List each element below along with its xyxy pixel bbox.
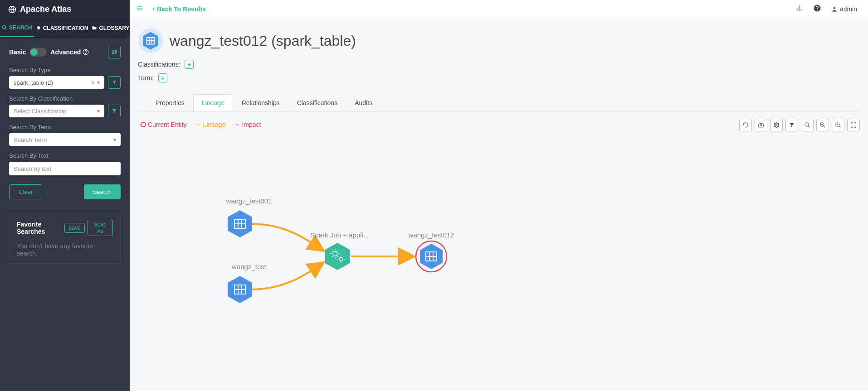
entity-type-icon xyxy=(138,28,163,53)
search-button[interactable]: Search xyxy=(84,184,121,199)
snapshot-button[interactable] xyxy=(755,119,767,131)
chevron-down-icon: ▼ xyxy=(112,137,117,142)
sidebar: Apache Atlas SEARCH CLASSIFICATION GLOSS… xyxy=(0,0,130,391)
expand-icon xyxy=(850,122,857,128)
filter-button[interactable] xyxy=(785,119,798,131)
zoom-in-icon xyxy=(819,122,826,128)
search-node-button[interactable] xyxy=(801,119,814,131)
search-panel: Basic Advanced Search By Type spark_tabl… xyxy=(0,38,130,208)
gear-icon xyxy=(773,122,780,128)
class-filter-button[interactable] xyxy=(108,105,121,117)
tab-properties[interactable]: Properties xyxy=(147,94,193,111)
legend-lineage: →Lineage xyxy=(194,121,226,129)
filter-icon xyxy=(112,108,117,114)
fullscreen-button[interactable] xyxy=(847,119,860,131)
arrow-icon: → xyxy=(194,121,201,129)
filter-icon xyxy=(789,122,795,128)
lineage-process-node[interactable]: Spark Job + appli... xyxy=(311,231,369,270)
svg-text:wangz_test001: wangz_test001 xyxy=(226,197,272,205)
svg-point-20 xyxy=(760,125,762,126)
tab-audits[interactable]: Audits xyxy=(346,94,381,111)
svg-point-1 xyxy=(3,26,6,29)
tab-classification[interactable]: CLASSIFICATION xyxy=(34,19,90,37)
tab-relationships[interactable]: Relationships xyxy=(233,94,288,111)
refresh-button[interactable] xyxy=(108,46,121,58)
svg-point-21 xyxy=(775,124,777,126)
camera-icon xyxy=(758,122,764,128)
type-select[interactable]: spark_table (2) × ▼ xyxy=(9,76,104,89)
mode-advanced-label: Advanced xyxy=(50,48,89,56)
bar-chart-icon xyxy=(795,4,803,12)
label-search-term: Search By Term xyxy=(9,124,121,130)
back-to-results[interactable]: Back To Results xyxy=(151,5,206,13)
tab-glossary[interactable]: GLOSSARY xyxy=(90,19,131,37)
entity-header: wangz_test012 (spark_table) xyxy=(138,28,860,53)
reset-button[interactable] xyxy=(739,119,752,131)
search-text-input[interactable] xyxy=(9,162,121,175)
fav-save-button[interactable]: Save xyxy=(64,223,85,233)
brand-text: Apache Atlas xyxy=(20,5,71,14)
svg-line-23 xyxy=(808,126,810,128)
lineage-panel: Current Entity →Lineage →Impact xyxy=(138,116,860,346)
label-search-class: Search By Classification xyxy=(9,95,121,102)
lineage-node[interactable]: wangz_test001 xyxy=(226,197,272,237)
term-row: Term: + xyxy=(138,73,860,82)
label-search-text: Search By Text xyxy=(9,152,121,159)
svg-rect-19 xyxy=(759,124,764,127)
sidebar-tabs: SEARCH CLASSIFICATION GLOSSARY xyxy=(0,19,130,38)
classifications-row: Classifications: + xyxy=(138,60,860,69)
filter-icon xyxy=(112,80,117,85)
legend-current: Current Entity xyxy=(141,121,187,128)
mode-toggle[interactable] xyxy=(29,48,47,57)
reset-icon xyxy=(742,122,749,128)
zoom-out-button[interactable] xyxy=(832,119,844,131)
circle-icon xyxy=(141,122,146,127)
favorite-searches: Favorite Searches Save Save As You don't… xyxy=(9,213,121,264)
lineage-toolbar xyxy=(739,119,860,131)
menu-icon xyxy=(136,5,143,12)
favorites-title: Favorite Searches xyxy=(17,221,64,235)
svg-point-22 xyxy=(805,123,809,126)
svg-line-29 xyxy=(839,126,841,128)
classification-select[interactable]: Select Classification ▼ xyxy=(9,105,104,117)
svg-line-25 xyxy=(824,126,825,128)
clear-button[interactable]: Clear xyxy=(9,184,42,199)
classifications-label: Classifications: xyxy=(138,61,180,68)
svg-point-4 xyxy=(86,53,86,54)
tab-classifications[interactable]: Classifications xyxy=(288,94,346,111)
chevron-down-icon: ▼ xyxy=(96,109,101,114)
lineage-node[interactable]: wangz_test xyxy=(228,263,267,303)
sidebar-toggle[interactable] xyxy=(134,3,145,15)
chevron-down-icon: ▼ xyxy=(96,80,101,85)
term-label: Term: xyxy=(138,74,154,82)
svg-text:wangz_test: wangz_test xyxy=(231,263,267,270)
main-area: Back To Results admin xyxy=(130,0,868,391)
mode-basic-label: Basic xyxy=(9,48,26,56)
lineage-graph[interactable]: wangz_test001 wangz_test Spark Job + app… xyxy=(138,138,709,346)
chevron-left-icon xyxy=(151,6,156,12)
fav-saveas-button[interactable]: Save As xyxy=(88,220,113,236)
term-select[interactable]: Search Term ▼ xyxy=(9,133,121,146)
lineage-current-node[interactable]: wangz_test012 xyxy=(408,231,454,272)
favorites-empty: You don't have any favorite search. xyxy=(17,242,113,257)
type-filter-button[interactable] xyxy=(108,76,121,89)
tab-lineage[interactable]: Lineage xyxy=(193,94,233,111)
legend-impact: →Impact xyxy=(233,121,261,129)
tab-search[interactable]: SEARCH xyxy=(0,19,34,37)
help-button[interactable] xyxy=(813,4,821,14)
help-icon[interactable] xyxy=(83,49,89,55)
zoom-out-icon xyxy=(835,122,841,128)
entity-title: wangz_test012 (spark_table) xyxy=(170,33,356,49)
arrow-icon: → xyxy=(233,121,240,129)
zoom-in-button[interactable] xyxy=(816,119,829,131)
settings-button[interactable] xyxy=(770,119,783,131)
add-term-button[interactable]: + xyxy=(158,73,167,82)
svg-text:wangz_test012: wangz_test012 xyxy=(408,231,454,239)
content: wangz_test012 (spark_table) Classificati… xyxy=(130,18,868,391)
user-menu[interactable]: admin xyxy=(831,5,857,13)
type-clear[interactable]: × xyxy=(91,79,94,86)
svg-text:Spark Job + appli...: Spark Job + appli... xyxy=(311,231,369,239)
add-classification-button[interactable]: + xyxy=(185,60,194,69)
stats-button[interactable] xyxy=(795,4,803,14)
help-icon xyxy=(813,4,821,12)
